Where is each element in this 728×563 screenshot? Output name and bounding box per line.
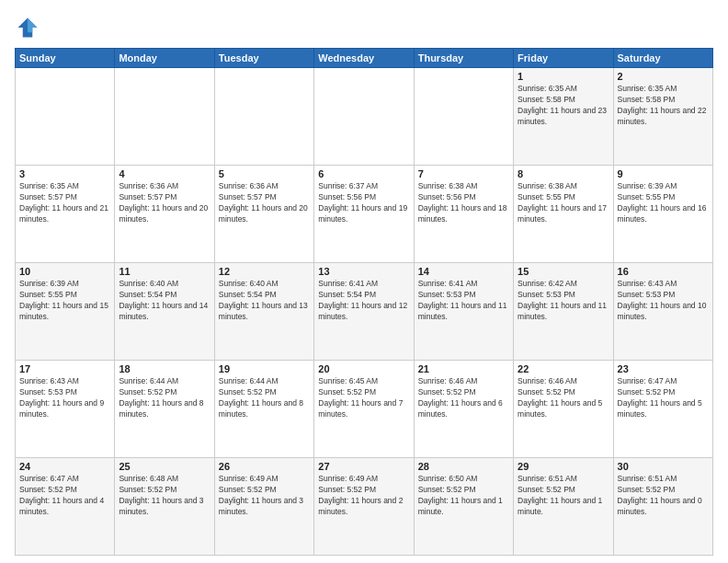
calendar-cell-2-1: 11Sunrise: 6:40 AMSunset: 5:54 PMDayligh… [115,263,214,361]
calendar-cell-2-6: 16Sunrise: 6:43 AMSunset: 5:53 PMDayligh… [613,263,712,361]
day-info: Sunrise: 6:43 AMSunset: 5:53 PMDaylight:… [19,376,110,420]
day-number: 27 [318,461,409,472]
calendar-cell-2-3: 13Sunrise: 6:41 AMSunset: 5:54 PMDayligh… [314,263,414,361]
calendar-row-3: 17Sunrise: 6:43 AMSunset: 5:53 PMDayligh… [16,361,713,458]
day-number: 3 [19,168,110,179]
day-number: 28 [418,461,509,472]
calendar-cell-0-0 [16,68,115,166]
weekday-header-sunday: Sunday [16,49,115,68]
day-number: 10 [19,266,110,277]
day-info: Sunrise: 6:48 AMSunset: 5:52 PMDaylight:… [119,474,210,518]
day-info: Sunrise: 6:43 AMSunset: 5:53 PMDaylight:… [618,279,709,323]
day-number: 19 [219,363,310,374]
page: SundayMondayTuesdayWednesdayThursdayFrid… [0,0,728,563]
day-number: 13 [318,266,409,277]
calendar-cell-4-4: 28Sunrise: 6:50 AMSunset: 5:52 PMDayligh… [414,458,513,556]
calendar-cell-0-2 [214,68,313,166]
weekday-header-friday: Friday [514,49,613,68]
day-info: Sunrise: 6:38 AMSunset: 5:55 PMDaylight:… [518,181,609,225]
day-info: Sunrise: 6:37 AMSunset: 5:56 PMDaylight:… [318,181,409,225]
day-info: Sunrise: 6:47 AMSunset: 5:52 PMDaylight:… [618,376,709,420]
calendar-cell-1-2: 5Sunrise: 6:36 AMSunset: 5:57 PMDaylight… [214,166,313,263]
calendar-cell-0-5: 1Sunrise: 6:35 AMSunset: 5:58 PMDaylight… [514,68,613,166]
logo [15,15,44,40]
day-number: 2 [618,71,709,82]
day-info: Sunrise: 6:45 AMSunset: 5:52 PMDaylight:… [318,376,409,420]
calendar-cell-2-5: 15Sunrise: 6:42 AMSunset: 5:53 PMDayligh… [514,263,613,361]
calendar-row-2: 10Sunrise: 6:39 AMSunset: 5:55 PMDayligh… [16,263,713,361]
calendar-cell-4-3: 27Sunrise: 6:49 AMSunset: 5:52 PMDayligh… [314,458,414,556]
day-number: 30 [618,461,709,472]
calendar-row-0: 1Sunrise: 6:35 AMSunset: 5:58 PMDaylight… [16,68,713,166]
calendar-cell-0-4 [414,68,513,166]
day-info: Sunrise: 6:40 AMSunset: 5:54 PMDaylight:… [119,279,210,323]
day-info: Sunrise: 6:40 AMSunset: 5:54 PMDaylight:… [219,279,310,323]
calendar-cell-0-6: 2Sunrise: 6:35 AMSunset: 5:58 PMDaylight… [613,68,712,166]
day-number: 11 [119,266,210,277]
calendar-cell-4-5: 29Sunrise: 6:51 AMSunset: 5:52 PMDayligh… [514,458,613,556]
day-info: Sunrise: 6:44 AMSunset: 5:52 PMDaylight:… [119,376,210,420]
day-number: 23 [618,363,709,374]
day-info: Sunrise: 6:49 AMSunset: 5:52 PMDaylight:… [219,474,310,518]
day-info: Sunrise: 6:35 AMSunset: 5:58 PMDaylight:… [518,84,609,128]
calendar-cell-4-0: 24Sunrise: 6:47 AMSunset: 5:52 PMDayligh… [16,458,115,556]
calendar: SundayMondayTuesdayWednesdayThursdayFrid… [15,48,713,556]
weekday-header-saturday: Saturday [613,49,712,68]
day-info: Sunrise: 6:51 AMSunset: 5:52 PMDaylight:… [518,474,609,518]
calendar-cell-1-3: 6Sunrise: 6:37 AMSunset: 5:56 PMDaylight… [314,166,414,263]
day-number: 17 [19,363,110,374]
calendar-cell-1-5: 8Sunrise: 6:38 AMSunset: 5:55 PMDaylight… [514,166,613,263]
calendar-cell-1-1: 4Sunrise: 6:36 AMSunset: 5:57 PMDaylight… [115,166,214,263]
day-number: 18 [119,363,210,374]
day-info: Sunrise: 6:35 AMSunset: 5:58 PMDaylight:… [618,84,709,128]
weekday-header-thursday: Thursday [414,49,513,68]
day-info: Sunrise: 6:46 AMSunset: 5:52 PMDaylight:… [418,376,509,420]
day-number: 8 [518,168,609,179]
svg-marker-1 [28,18,38,33]
day-info: Sunrise: 6:39 AMSunset: 5:55 PMDaylight:… [19,279,110,323]
day-number: 20 [318,363,409,374]
calendar-cell-3-1: 18Sunrise: 6:44 AMSunset: 5:52 PMDayligh… [115,361,214,458]
day-info: Sunrise: 6:41 AMSunset: 5:53 PMDaylight:… [418,279,509,323]
day-info: Sunrise: 6:41 AMSunset: 5:54 PMDaylight:… [318,279,409,323]
day-number: 9 [618,168,709,179]
day-number: 24 [19,461,110,472]
calendar-row-4: 24Sunrise: 6:47 AMSunset: 5:52 PMDayligh… [16,458,713,556]
day-info: Sunrise: 6:50 AMSunset: 5:52 PMDaylight:… [418,474,509,518]
day-number: 16 [618,266,709,277]
day-number: 29 [518,461,609,472]
header [15,15,713,40]
day-number: 1 [518,71,609,82]
calendar-cell-4-2: 26Sunrise: 6:49 AMSunset: 5:52 PMDayligh… [214,458,313,556]
day-number: 21 [418,363,509,374]
logo-icon [15,15,40,40]
day-number: 15 [518,266,609,277]
day-number: 26 [219,461,310,472]
day-info: Sunrise: 6:47 AMSunset: 5:52 PMDaylight:… [19,474,110,518]
calendar-cell-1-6: 9Sunrise: 6:39 AMSunset: 5:55 PMDaylight… [613,166,712,263]
day-info: Sunrise: 6:36 AMSunset: 5:57 PMDaylight:… [219,181,310,225]
weekday-header-monday: Monday [115,49,214,68]
day-info: Sunrise: 6:51 AMSunset: 5:52 PMDaylight:… [618,474,709,518]
day-number: 4 [119,168,210,179]
calendar-cell-4-6: 30Sunrise: 6:51 AMSunset: 5:52 PMDayligh… [613,458,712,556]
calendar-cell-2-4: 14Sunrise: 6:41 AMSunset: 5:53 PMDayligh… [414,263,513,361]
calendar-cell-3-0: 17Sunrise: 6:43 AMSunset: 5:53 PMDayligh… [16,361,115,458]
weekday-header-row: SundayMondayTuesdayWednesdayThursdayFrid… [16,49,713,68]
day-number: 14 [418,266,509,277]
day-number: 25 [119,461,210,472]
day-number: 12 [219,266,310,277]
calendar-cell-0-1 [115,68,214,166]
day-info: Sunrise: 6:39 AMSunset: 5:55 PMDaylight:… [618,181,709,225]
day-number: 7 [418,168,509,179]
day-info: Sunrise: 6:49 AMSunset: 5:52 PMDaylight:… [318,474,409,518]
weekday-header-wednesday: Wednesday [314,49,414,68]
calendar-cell-3-6: 23Sunrise: 6:47 AMSunset: 5:52 PMDayligh… [613,361,712,458]
calendar-cell-3-5: 22Sunrise: 6:46 AMSunset: 5:52 PMDayligh… [514,361,613,458]
calendar-cell-3-2: 19Sunrise: 6:44 AMSunset: 5:52 PMDayligh… [214,361,313,458]
day-info: Sunrise: 6:36 AMSunset: 5:57 PMDaylight:… [119,181,210,225]
calendar-cell-2-0: 10Sunrise: 6:39 AMSunset: 5:55 PMDayligh… [16,263,115,361]
calendar-cell-0-3 [314,68,414,166]
day-info: Sunrise: 6:38 AMSunset: 5:56 PMDaylight:… [418,181,509,225]
day-number: 6 [318,168,409,179]
